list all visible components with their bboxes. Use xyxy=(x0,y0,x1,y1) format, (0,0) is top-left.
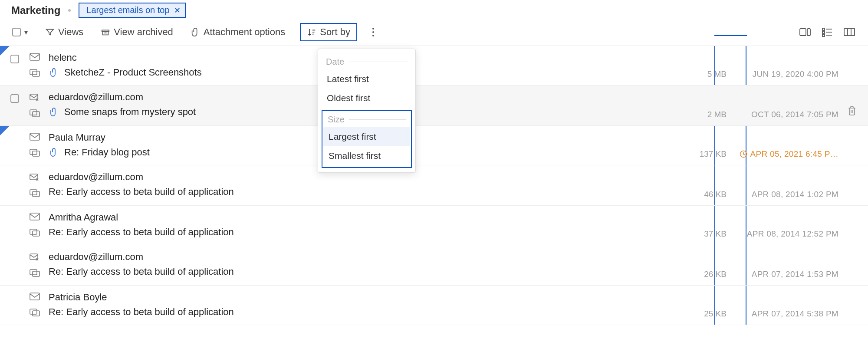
archive-icon xyxy=(101,27,110,37)
email-list-wrap: helencSketcheZ - Product Screenshots5 MB… xyxy=(0,46,868,325)
email-sender: eduardov@zillum.com xyxy=(49,251,696,263)
conversation-icon xyxy=(30,229,49,239)
svg-rect-37 xyxy=(33,311,39,316)
email-size: 46 KB xyxy=(696,190,727,199)
svg-rect-28 xyxy=(33,191,39,197)
row-checkbox[interactable] xyxy=(10,171,30,199)
header-bar: Marketing Largest emails on top ✕ xyxy=(0,0,868,20)
svg-rect-24 xyxy=(33,151,39,156)
svg-rect-22 xyxy=(30,133,39,140)
paperclip-icon xyxy=(49,68,59,77)
svg-rect-5 xyxy=(822,28,825,30)
conversation-icon xyxy=(30,109,49,119)
unread-indicator xyxy=(0,126,10,135)
row-meta: 46 KBAPR 08, 2014 1:02 PM xyxy=(696,171,858,199)
row-icons xyxy=(30,251,49,279)
sort-by-button[interactable]: Sort by xyxy=(300,23,357,41)
email-size: 37 KB xyxy=(696,229,727,239)
row-meta: 25 KBAPR 07, 2014 5:38 PM xyxy=(696,292,858,319)
email-row[interactable]: Paula MurrayRe: Friday blog post137 KBAP… xyxy=(0,126,868,165)
close-icon[interactable]: ✕ xyxy=(174,6,181,15)
row-checkbox[interactable] xyxy=(10,52,30,79)
sort-icon xyxy=(307,27,316,37)
unread-indicator xyxy=(0,46,10,56)
email-size: 137 KB xyxy=(696,149,727,159)
paperclip-icon xyxy=(49,148,59,157)
email-sender: eduardov@zillum.com xyxy=(49,171,696,183)
conversation-icon xyxy=(30,69,49,79)
svg-rect-30 xyxy=(30,229,37,234)
sort-largest-first[interactable]: Largest first xyxy=(323,127,410,146)
svg-rect-3 xyxy=(800,29,806,36)
sort-latest-first[interactable]: Latest first xyxy=(322,69,412,89)
svg-rect-33 xyxy=(30,270,37,275)
envelope-icon xyxy=(30,252,49,263)
svg-point-2 xyxy=(372,35,374,36)
row-checkbox[interactable] xyxy=(10,92,30,119)
sort-group-size-label: Size xyxy=(328,115,345,125)
email-size: 5 MB xyxy=(696,69,727,79)
row-meta: 2 MBOCT 06, 2014 7:05 PM xyxy=(696,92,858,119)
views-button[interactable]: Views xyxy=(43,25,86,39)
sort-by-label: Sort by xyxy=(320,26,350,38)
sort-dropdown: Date Latest first Oldest first Size Larg… xyxy=(318,49,416,173)
separator-dot xyxy=(68,9,71,12)
row-meta: 137 KBAPR 05, 2021 6:45 P… xyxy=(696,132,858,159)
svg-rect-18 xyxy=(30,110,37,115)
email-subject: Some snaps from mystery spot xyxy=(64,106,196,118)
email-date: APR 08, 2014 12:52 PM xyxy=(737,229,838,239)
svg-rect-23 xyxy=(30,149,37,155)
svg-rect-36 xyxy=(30,309,37,314)
email-date: JUN 19, 2020 4:00 PM xyxy=(737,69,838,79)
email-row[interactable]: eduardov@zillum.comSome snaps from myste… xyxy=(0,86,868,126)
svg-rect-19 xyxy=(33,112,39,117)
email-row[interactable]: helencSketcheZ - Product Screenshots5 MB… xyxy=(0,46,868,86)
envelope-icon xyxy=(30,293,49,303)
svg-rect-7 xyxy=(822,34,825,36)
row-checkbox[interactable] xyxy=(10,292,30,319)
svg-rect-11 xyxy=(844,29,855,36)
sort-group-size: Size xyxy=(323,113,410,127)
attachment-options-button[interactable]: Attachment options xyxy=(188,25,288,39)
view-archived-button[interactable]: View archived xyxy=(98,25,176,39)
sort-oldest-first[interactable]: Oldest first xyxy=(322,89,412,108)
email-row[interactable]: Amritha AgrawalRe: Early access to beta … xyxy=(0,206,868,245)
svg-rect-4 xyxy=(807,29,810,36)
svg-rect-31 xyxy=(33,231,39,236)
row-icons xyxy=(30,52,49,79)
envelope-icon xyxy=(30,53,49,63)
more-menu-button[interactable] xyxy=(369,26,377,39)
reading-pane-icon[interactable] xyxy=(799,27,811,37)
row-checkbox[interactable] xyxy=(10,132,30,159)
row-icons xyxy=(30,292,49,319)
list-view-icon[interactable] xyxy=(822,27,832,37)
email-row[interactable]: eduardov@zillum.comRe: Early access to b… xyxy=(0,165,868,206)
row-checkbox[interactable] xyxy=(10,251,30,279)
delete-icon[interactable] xyxy=(847,105,857,118)
envelope-icon xyxy=(30,133,49,143)
email-size: 25 KB xyxy=(696,309,727,319)
email-row[interactable]: Patricia BoyleRe: Early access to beta b… xyxy=(0,286,868,325)
conversation-icon xyxy=(30,189,49,199)
email-subject: Re: Early access to beta build of applic… xyxy=(49,186,234,197)
filter-chip[interactable]: Largest emails on top ✕ xyxy=(79,3,185,18)
row-icons xyxy=(30,92,49,119)
envelope-icon xyxy=(30,172,49,183)
email-size: 2 MB xyxy=(696,110,727,119)
email-date-snoozed: APR 05, 2021 6:45 P… xyxy=(737,149,838,159)
email-date: APR 08, 2014 1:02 PM xyxy=(737,190,838,199)
svg-point-0 xyxy=(372,28,374,30)
column-view-icon[interactable] xyxy=(844,27,855,37)
row-icons xyxy=(30,171,49,199)
email-date: OCT 06, 2014 7:05 PM xyxy=(737,110,838,119)
row-meta: 26 KBAPR 07, 2014 1:53 PM xyxy=(696,251,858,279)
email-subject: Re: Early access to beta build of applic… xyxy=(49,227,234,238)
svg-rect-6 xyxy=(822,31,825,33)
email-row[interactable]: eduardov@zillum.comRe: Early access to b… xyxy=(0,245,868,286)
sort-smallest-first[interactable]: Smallest first xyxy=(323,146,410,165)
row-checkbox[interactable] xyxy=(10,212,30,239)
views-label: Views xyxy=(58,26,83,38)
view-archived-label: View archived xyxy=(114,26,173,38)
select-all-checkbox[interactable]: ▾ xyxy=(10,26,30,38)
chevron-down-icon[interactable]: ▾ xyxy=(24,28,28,36)
